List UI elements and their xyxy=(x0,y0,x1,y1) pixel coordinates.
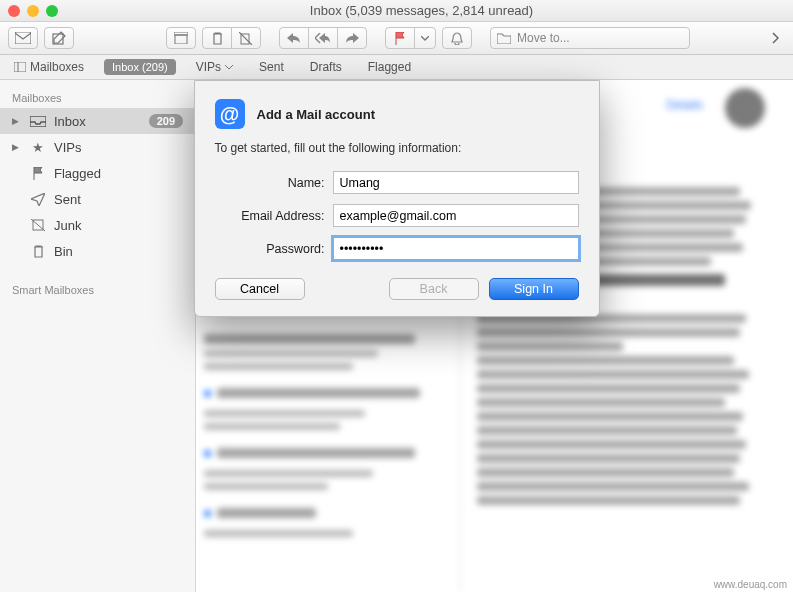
sign-in-button[interactable]: Sign In xyxy=(489,278,579,300)
cancel-button[interactable]: Cancel xyxy=(215,278,305,300)
back-button[interactable]: Back xyxy=(389,278,479,300)
name-label: Name: xyxy=(215,176,333,190)
name-field[interactable] xyxy=(333,171,579,194)
email-label: Email Address: xyxy=(215,209,333,223)
add-mail-account-dialog: @ Add a Mail account To get started, fil… xyxy=(194,80,600,317)
password-field[interactable] xyxy=(333,237,579,260)
at-icon: @ xyxy=(215,99,245,129)
password-label: Password: xyxy=(215,242,333,256)
dialog-subtitle: To get started, fill out the following i… xyxy=(215,141,579,155)
dialog-title: Add a Mail account xyxy=(257,107,375,122)
watermark: www.deuaq.com xyxy=(714,579,787,590)
modal-overlay: @ Add a Mail account To get started, fil… xyxy=(0,0,793,592)
email-field[interactable] xyxy=(333,204,579,227)
